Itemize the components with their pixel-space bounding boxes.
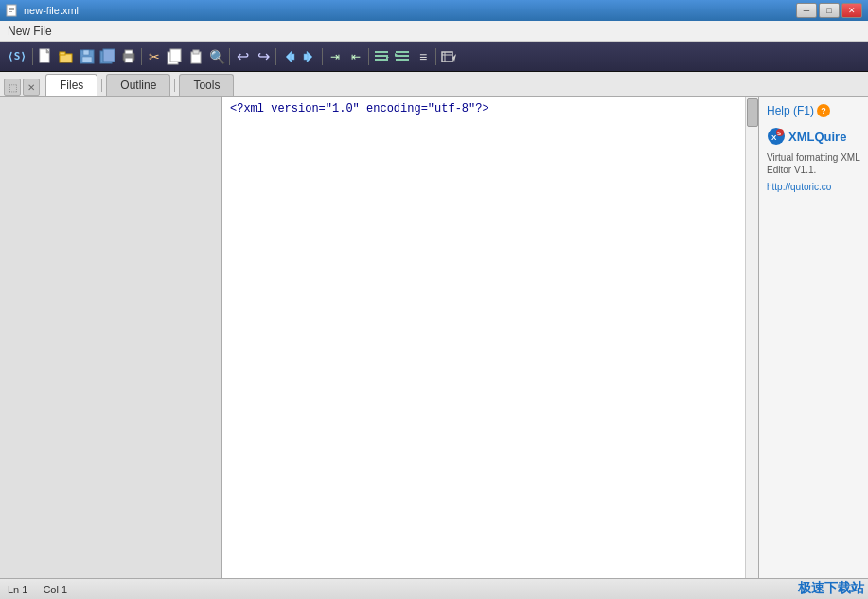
xml-tag-button[interactable]: ⟨S⟩ — [4, 46, 30, 67]
watermark: 极速下载站 — [798, 580, 864, 597]
edit-properties-button[interactable] — [438, 46, 459, 67]
svg-rect-23 — [375, 51, 388, 53]
redo-button[interactable]: ↪ — [253, 46, 274, 67]
svg-rect-14 — [125, 58, 133, 62]
help-link[interactable]: Help (F1) ? — [767, 104, 860, 117]
svg-rect-16 — [170, 49, 181, 62]
cut-button[interactable]: ✂ — [144, 46, 165, 67]
help-icon: ? — [817, 104, 830, 117]
title-bar-left: new-file.xml — [6, 4, 79, 17]
tabs-area: ⬚ ✕ Files Outline Tools — [0, 72, 868, 97]
maximize-button[interactable]: □ — [819, 3, 840, 18]
svg-rect-20 — [291, 54, 294, 60]
toolbar-separator-1 — [32, 48, 33, 65]
svg-rect-25 — [375, 59, 388, 61]
nav-back-button[interactable] — [278, 46, 299, 67]
window-title: new-file.xml — [24, 5, 79, 16]
app-icon — [6, 4, 19, 17]
sidebar-close-button[interactable]: ✕ — [23, 79, 40, 96]
svg-rect-2 — [9, 9, 14, 10]
status-bar: Ln 1 Col 1 极速下载站 — [0, 578, 868, 599]
tab-separator-2 — [174, 79, 175, 92]
editor-area[interactable]: <?xml version="1.0" encoding="utf-8"?> — [222, 97, 759, 578]
editor-scrollbar[interactable] — [745, 97, 758, 578]
save-copy-button[interactable] — [97, 46, 118, 67]
svg-text:S: S — [777, 131, 781, 136]
save-button[interactable] — [77, 46, 97, 67]
toolbar-separator-2 — [141, 48, 142, 65]
undo-button[interactable]: ↩ — [232, 46, 253, 67]
toolbar-separator-6 — [368, 48, 369, 65]
svg-rect-29 — [396, 59, 409, 61]
left-panel — [0, 97, 222, 578]
line-indicator: Ln 1 — [8, 584, 27, 595]
align-button[interactable]: ≡ — [413, 46, 434, 67]
right-panel: Help (F1) ? X S XMLQuire Virtual formatt… — [759, 97, 868, 578]
menu-new-file: New File — [8, 25, 52, 38]
format-down-button[interactable] — [392, 46, 413, 67]
toolbar-separator-5 — [322, 48, 323, 65]
format-up-button[interactable] — [371, 46, 392, 67]
title-controls: ─ □ ✕ — [796, 3, 862, 18]
xml-quire-icon: X S — [767, 127, 786, 146]
copy-button[interactable] — [165, 46, 186, 67]
new-file-button[interactable] — [35, 46, 56, 67]
outdent-button[interactable]: ⇤ — [345, 46, 366, 67]
svg-rect-3 — [9, 11, 12, 12]
svg-rect-6 — [60, 52, 65, 55]
sidebar-toggle-button[interactable]: ⬚ — [4, 79, 21, 96]
tab-outline[interactable]: Outline — [106, 74, 170, 96]
svg-rect-28 — [396, 55, 409, 57]
right-panel-description: Virtual formatting XML Editor V1.1. — [767, 151, 860, 176]
svg-rect-11 — [103, 49, 115, 62]
scrollbar-thumb[interactable] — [747, 98, 758, 127]
xml-declaration: <?xml version="1.0" encoding="utf-8"?> — [230, 102, 489, 115]
print-button[interactable] — [118, 46, 139, 67]
help-label[interactable]: Help (F1) — [767, 104, 814, 117]
toolbar-separator-4 — [275, 48, 276, 65]
find-button[interactable]: 🔍 — [206, 46, 227, 67]
menu-bar: New File — [0, 21, 868, 42]
svg-rect-9 — [82, 57, 92, 62]
svg-rect-24 — [375, 55, 388, 57]
toolbar-separator-3 — [229, 48, 230, 65]
main-content: <?xml version="1.0" encoding="utf-8"?> H… — [0, 97, 868, 578]
svg-rect-1 — [9, 8, 14, 9]
title-bar: new-file.xml ─ □ ✕ — [0, 0, 868, 21]
nav-forward-button[interactable] — [299, 46, 320, 67]
svg-rect-27 — [396, 51, 409, 53]
svg-rect-22 — [304, 54, 308, 60]
right-panel-url[interactable]: http://qutoric.co — [767, 182, 860, 192]
toolbar-separator-7 — [435, 48, 436, 65]
svg-rect-18 — [193, 50, 199, 54]
col-indicator: Col 1 — [43, 584, 67, 595]
svg-rect-31 — [442, 52, 452, 62]
svg-rect-8 — [83, 50, 89, 55]
open-file-button[interactable] — [56, 46, 77, 67]
paste-button[interactable] — [186, 46, 206, 67]
tab-separator-1 — [101, 79, 102, 92]
status-left: Ln 1 Col 1 — [8, 584, 67, 595]
editor-content[interactable]: <?xml version="1.0" encoding="utf-8"?> — [222, 97, 758, 121]
svg-rect-13 — [125, 50, 133, 54]
xml-quire-brand-text: XMLQuire — [788, 130, 846, 144]
xml-quire-logo: X S XMLQuire — [767, 127, 860, 146]
close-button[interactable]: ✕ — [841, 3, 862, 18]
toolbar: ⟨S⟩ ✂ — [0, 42, 868, 72]
indent-button[interactable]: ⇥ — [325, 46, 345, 67]
tab-tools[interactable]: Tools — [179, 74, 234, 96]
minimize-button[interactable]: ─ — [796, 3, 817, 18]
tab-files[interactable]: Files — [45, 74, 97, 96]
tabs-navigation: Files Outline Tools — [45, 74, 234, 96]
